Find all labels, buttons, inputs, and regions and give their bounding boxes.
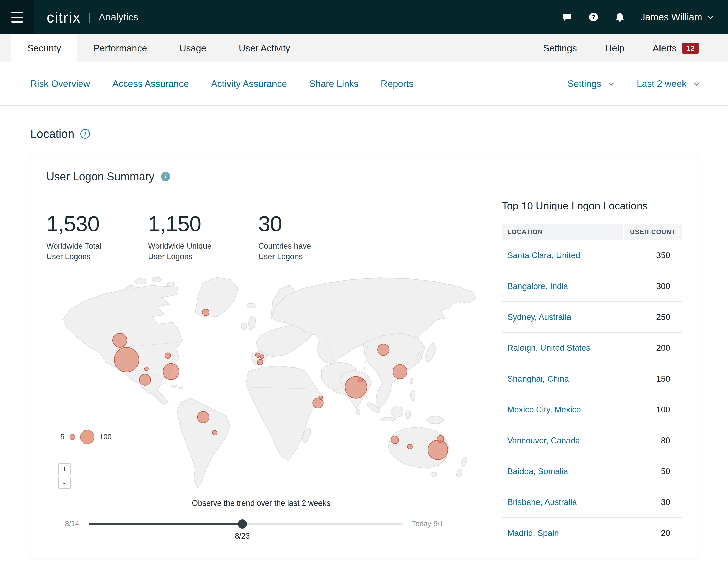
location-link[interactable]: Baidoa, Somalia: [502, 467, 624, 476]
topbar-actions: ? James William: [562, 11, 711, 23]
table-row: Madrid, Spain 20: [502, 518, 682, 549]
logo-divider: |: [88, 11, 91, 23]
user-logon-summary-card: User Logon Summary i 1,530 Worldwide Tot…: [30, 154, 698, 559]
alerts-count-badge: 12: [682, 43, 699, 54]
top-bar: citrix | Analytics ? James William: [0, 0, 728, 34]
menu-alerts[interactable]: Alerts 12: [639, 34, 713, 62]
subnav-controls: Settings Last 2 week: [568, 79, 698, 89]
tab-usage[interactable]: Usage: [163, 34, 223, 62]
tabbar-right-menu: Settings Help Alerts 12: [529, 34, 713, 62]
menu-help[interactable]: Help: [591, 34, 639, 62]
menu-settings[interactable]: Settings: [529, 34, 591, 62]
product-name: Analytics: [99, 12, 138, 23]
world-map[interactable]: [60, 271, 486, 492]
legend-small-dot: [69, 434, 75, 440]
user-count: 150: [624, 374, 682, 384]
location-link[interactable]: Mexico City, Mexico: [502, 405, 624, 414]
table-row: Vancouver, Canada 80: [502, 425, 682, 456]
zoom-out-button[interactable]: -: [58, 477, 70, 489]
tab-security[interactable]: Security: [11, 34, 77, 62]
summary-info-icon[interactable]: i: [161, 172, 170, 181]
help-icon[interactable]: ?: [588, 11, 599, 23]
slider-current-label: 8/23: [235, 532, 250, 541]
table-row: Santa Clara, United 350: [502, 240, 682, 271]
subnav-access-assurance[interactable]: Access Assurance: [112, 79, 189, 89]
trend-section: Observe the trend over the last 2 weeks …: [46, 499, 491, 529]
subnav-share-links[interactable]: Share Links: [309, 79, 358, 89]
legend-max-label: 100: [99, 433, 111, 441]
slider-end-label: Today 9/1: [412, 520, 467, 528]
citrix-logo: citrix: [46, 9, 81, 26]
stat-countries-value: 30: [258, 211, 311, 236]
table-row: Shanghai, China 150: [502, 363, 682, 394]
settings-dropdown-label: Settings: [568, 79, 601, 89]
date-range-label: Last 2 week: [637, 79, 687, 89]
user-name: James William: [640, 12, 702, 23]
settings-dropdown[interactable]: Settings: [568, 79, 613, 89]
chevron-down-icon: [694, 81, 699, 86]
stat-unique-logons: 1,150 Worldwide Unique User Logons: [125, 211, 235, 262]
date-range-dropdown[interactable]: Last 2 week: [637, 79, 698, 89]
location-link[interactable]: Raleigh, United States: [502, 343, 624, 353]
hamburger-menu-icon[interactable]: [0, 0, 34, 34]
column-header-location: LOCATION: [502, 224, 623, 240]
user-menu[interactable]: James William: [640, 12, 711, 23]
menu-help-label: Help: [605, 43, 624, 54]
stat-total-logons: 1,530 Worldwide Total User Logons: [46, 211, 125, 262]
subnav-activity-assurance[interactable]: Activity Assurance: [211, 79, 287, 89]
stat-total-value: 1,530: [46, 211, 101, 236]
user-count: 250: [624, 312, 682, 322]
user-count: 200: [624, 343, 682, 353]
location-link[interactable]: Sydney, Australia: [502, 312, 624, 322]
table-row: Sydney, Australia 250: [502, 302, 682, 332]
trend-caption: Observe the trend over the last 2 weeks: [46, 499, 476, 508]
slider-fill: [89, 523, 243, 525]
user-count: 20: [624, 528, 682, 538]
table-row: Baidoa, Somalia 50: [502, 456, 682, 487]
user-count: 30: [624, 498, 682, 507]
table-row: Raleigh, United States 200: [502, 332, 682, 363]
location-link[interactable]: Shanghai, China: [502, 374, 624, 384]
location-link[interactable]: Madrid, Spain: [502, 528, 624, 538]
tab-performance[interactable]: Performance: [77, 34, 163, 62]
location-link[interactable]: Bangalore, India: [502, 281, 624, 291]
user-count: 300: [624, 281, 682, 291]
slider-handle[interactable]: [238, 519, 247, 529]
legend-min-label: 5: [60, 433, 64, 441]
map-zoom-controls: + -: [58, 463, 70, 489]
table-header: LOCATION USER COUNT: [502, 224, 682, 240]
location-info-icon[interactable]: i: [80, 129, 90, 138]
user-count: 100: [624, 405, 682, 414]
table-row: Brisbane, Australia 30: [502, 487, 682, 518]
world-map-container: 5 100 + -: [46, 271, 491, 492]
stat-countries: 30 Countries have User Logons: [235, 211, 334, 262]
top-locations-panel: Top 10 Unique Logon Locations LOCATION U…: [502, 170, 682, 549]
slider-start-label: 8/14: [46, 520, 79, 528]
user-count: 50: [624, 467, 682, 476]
notifications-icon[interactable]: [614, 11, 626, 23]
location-link[interactable]: Vancouver, Canada: [502, 436, 624, 445]
primary-tab-bar: Security Performance Usage User Activity…: [0, 34, 728, 62]
menu-settings-label: Settings: [543, 43, 577, 54]
bubble-size-legend: 5 100: [60, 430, 112, 444]
page-title: Location: [30, 127, 74, 140]
svg-text:?: ?: [592, 14, 596, 20]
location-link[interactable]: Brisbane, Australia: [502, 498, 624, 507]
chevron-down-icon: [609, 81, 614, 86]
chat-icon[interactable]: [562, 11, 573, 23]
column-header-user-count: USER COUNT: [624, 224, 682, 240]
trend-slider[interactable]: 8/23: [89, 519, 402, 529]
section-heading: Location i: [30, 127, 728, 140]
chevron-down-icon: [708, 14, 713, 19]
stat-unique-value: 1,150: [148, 211, 212, 236]
menu-alerts-label: Alerts: [653, 43, 677, 54]
user-count: 80: [624, 436, 682, 445]
location-link[interactable]: Santa Clara, United: [502, 251, 624, 260]
trend-slider-row: 8/14 8/23 Today 9/1: [46, 519, 476, 529]
card-title: User Logon Summary: [46, 170, 154, 183]
subnav-reports[interactable]: Reports: [381, 79, 413, 89]
subnav-risk-overview[interactable]: Risk Overview: [30, 79, 90, 89]
tab-user-activity[interactable]: User Activity: [223, 34, 306, 62]
zoom-in-button[interactable]: +: [58, 463, 70, 475]
summary-left-panel: User Logon Summary i 1,530 Worldwide Tot…: [46, 170, 491, 549]
